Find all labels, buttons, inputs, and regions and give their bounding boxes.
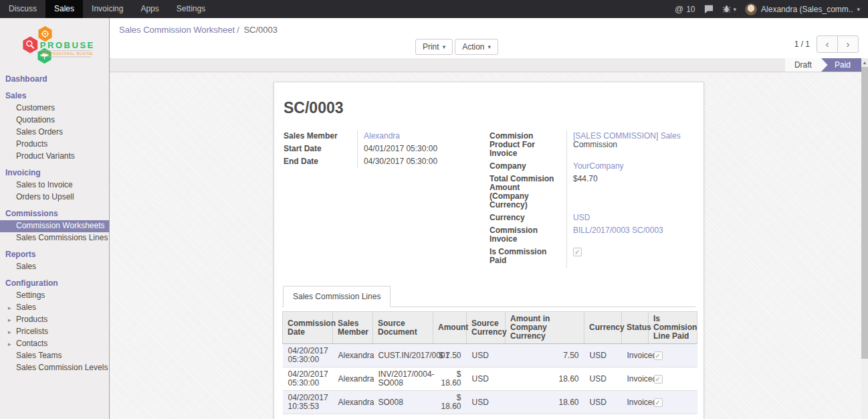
sidebar-item-sales-teams[interactable]: Sales Teams <box>0 350 109 362</box>
sidebar-item-sales-commissions-lines[interactable]: Sales Commissions Lines <box>0 232 109 244</box>
nav-apps[interactable]: Apps <box>132 0 167 18</box>
field-value-sales-member[interactable]: Alexandra <box>364 131 400 141</box>
cell-source: SO008 <box>373 391 433 414</box>
breadcrumb-parent-link[interactable]: Sales Commission Worksheet <box>119 25 235 35</box>
cell-amount: $ 18.60 <box>433 367 467 391</box>
sidebar-item-settings[interactable]: Settings <box>0 290 109 302</box>
tab-sales-commission-lines[interactable]: Sales Commission Lines <box>283 286 391 307</box>
field-value-commission-invoice[interactable]: BILL/2017/0003 SC/0003 <box>573 226 663 235</box>
user-menu[interactable]: Alexandra (Sales_comm.. ▾ <box>745 3 860 15</box>
check-icon: ✓ <box>655 351 661 360</box>
check-icon: ✓ <box>655 375 661 384</box>
scrollbar-thumb[interactable] <box>861 67 868 359</box>
planner-menu[interactable]: ▾ <box>722 5 737 13</box>
cell-source-currency: USD <box>467 367 506 391</box>
scroll-up-button[interactable]: ▲ <box>861 58 868 67</box>
sidebar-item-sales-orders[interactable]: Sales Orders <box>0 127 109 139</box>
cell-status: Invoiced <box>622 344 649 367</box>
line-paid-checkbox: ✓ <box>654 351 663 360</box>
sidebar-section-reports[interactable]: Reports <box>0 248 109 261</box>
pager-next-button[interactable]: › <box>837 35 859 53</box>
sidebar-item-commission-worksheets[interactable]: Commission Worksheets <box>0 220 109 232</box>
sidebar-item-config-products[interactable]: ▸Products <box>0 314 109 326</box>
table-row[interactable]: 04/20/2017 05:30:00 Alexandra INV/2017/0… <box>283 367 697 391</box>
cell-line-paid: ✓ <box>649 391 697 414</box>
cell-amount: $ 18.60 <box>433 391 467 414</box>
col-source-currency: Source Currency <box>467 312 506 344</box>
field-group-left: Sales Member Alexandra Start Date 04/01/… <box>284 131 483 268</box>
caret-right-icon: ▸ <box>8 316 11 325</box>
table-row[interactable]: 04/20/2017 05:30:00 Alexandra CUST.IN/20… <box>283 344 697 367</box>
vertical-scrollbar[interactable]: ▲ <box>861 58 868 419</box>
field-label-end-date: End Date <box>284 156 357 169</box>
sidebar: PROBUSE PROFESSIONAL BUSINESS Dashboard … <box>0 18 110 419</box>
record-title: SC/0003 <box>284 99 694 117</box>
field-value-company[interactable]: YourCompany <box>573 161 624 171</box>
sidebar-section-dashboard[interactable]: Dashboard <box>0 72 109 86</box>
col-status: Status <box>622 312 649 344</box>
sidebar-item-sales-to-invoice[interactable]: Sales to Invoice <box>0 179 109 191</box>
activity-at-icon: @ <box>675 4 683 14</box>
field-value-commission-product-link[interactable]: [SALES COMMISSION] Sales <box>573 131 681 141</box>
table-header-row: Commission Date Sales Member Source Docu… <box>283 312 697 344</box>
logo-title: PROBUSE <box>39 40 92 50</box>
field-label-is-commission-paid: Is Commission Paid <box>490 246 566 268</box>
sidebar-section-configuration[interactable]: Configuration <box>0 276 109 290</box>
field-value-end-date: 04/30/2017 05:30:00 <box>357 156 483 169</box>
sidebar-section-commissions[interactable]: Commissions <box>0 207 109 220</box>
sidebar-item-label: Pricelists <box>16 327 48 336</box>
nav-discuss[interactable]: Discuss <box>0 0 45 18</box>
field-label-commission-product: Commision Product For Invoice <box>490 131 566 161</box>
activity-count: 10 <box>686 5 695 14</box>
cell-member: Alexandra <box>333 367 373 391</box>
cell-source-currency: USD <box>467 344 506 367</box>
sidebar-item-pricelists[interactable]: ▸Pricelists <box>0 326 109 338</box>
sidebar-item-products[interactable]: Products <box>0 139 109 151</box>
avatar <box>745 3 757 15</box>
statusbar: Draft Paid <box>110 58 861 72</box>
sidebar-item-customers[interactable]: Customers <box>0 102 109 114</box>
cell-status: Invoiced <box>622 367 649 391</box>
action-button[interactable]: Action▾ <box>455 39 498 55</box>
caret-right-icon: ▸ <box>8 340 11 349</box>
sidebar-item-quotations[interactable]: Quotations <box>0 114 109 127</box>
field-label-company: Company <box>490 161 566 173</box>
check-icon: ✓ <box>574 248 580 256</box>
field-value-total-commission: $44.70 <box>566 173 691 212</box>
sidebar-item-config-sales[interactable]: ▸Sales <box>0 302 109 314</box>
sidebar-item-sales-commission-levels[interactable]: Sales Commission Levels <box>0 362 109 374</box>
sidebar-item-orders-to-upsell[interactable]: Orders to Upsell <box>0 191 109 203</box>
sidebar-section-sales[interactable]: Sales <box>0 89 109 102</box>
messages-menu[interactable] <box>704 5 714 13</box>
nav-invoicing[interactable]: Invoicing <box>83 0 132 18</box>
sidebar-section-invoicing[interactable]: Invoicing <box>0 166 109 179</box>
sidebar-item-contacts[interactable]: ▸Contacts <box>0 338 109 350</box>
logo-tagline: PROFESSIONAL BUSINESS <box>41 52 92 56</box>
table-row[interactable]: 04/20/2017 10:35:53 Alexandra SO008 $ 18… <box>283 391 697 414</box>
nav-settings[interactable]: Settings <box>168 0 214 18</box>
col-source-document: Source Document <box>373 312 433 344</box>
cell-company-amount: 7.50 <box>506 344 584 367</box>
status-stage-draft[interactable]: Draft <box>785 58 821 72</box>
cell-member: Alexandra <box>333 344 373 367</box>
nav-sales[interactable]: Sales <box>45 0 83 18</box>
user-name: Alexandra (Sales_comm.. <box>761 5 853 14</box>
field-label-total-commission: Total Commision Amount (Company Currency… <box>490 173 566 212</box>
cell-date: 04/20/2017 05:30:00 <box>283 344 333 367</box>
activity-menu[interactable]: @ 10 <box>675 4 695 14</box>
print-button[interactable]: Print▾ <box>415 39 453 55</box>
sidebar-item-label: Products <box>16 315 47 324</box>
col-currency: Currency <box>584 312 622 344</box>
pager-previous-button[interactable]: ‹ <box>817 35 838 53</box>
field-label-sales-member: Sales Member <box>284 131 357 143</box>
sidebar-item-product-variants[interactable]: Product Variants <box>0 151 109 163</box>
cell-date: 04/20/2017 05:30:00 <box>283 367 333 391</box>
field-value-currency[interactable]: USD <box>573 213 590 222</box>
sidebar-item-reports-sales[interactable]: Sales <box>0 261 109 273</box>
cell-date: 04/20/2017 10:35:53 <box>283 391 333 414</box>
col-amount-company-currency: Amount in Company Currency <box>506 312 584 344</box>
sidebar-item-label: Contacts <box>16 339 47 348</box>
caret-down-icon: ▾ <box>857 6 860 13</box>
cell-company-amount: 18.60 <box>506 391 584 414</box>
form-view-area: SC/0003 Sales Member Alexandra Start Dat… <box>110 72 868 419</box>
